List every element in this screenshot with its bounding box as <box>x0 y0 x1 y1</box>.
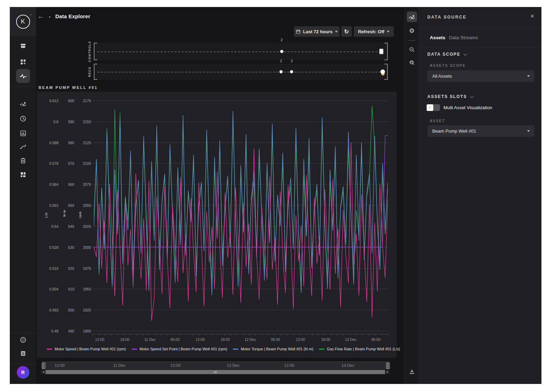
y-tick-label: 2025 <box>70 224 91 229</box>
sidebar-item-docs[interactable] <box>16 346 30 360</box>
reel-icon <box>20 336 27 343</box>
timeline-label: 11 Dec <box>113 363 126 368</box>
y-tick-label: 2000 <box>70 245 91 250</box>
controls-track-line <box>97 51 384 52</box>
recs-track: RECS 23 <box>94 64 388 80</box>
x-tick-label: 06:00 <box>170 337 180 342</box>
clipboard-icon <box>20 157 27 164</box>
asset-label: ASSET <box>430 119 445 123</box>
zoom-out-icon <box>409 47 415 53</box>
panel-divider <box>419 48 541 48</box>
x-tick-label: 13 Dec <box>345 337 357 342</box>
chevron-down-icon <box>470 94 474 98</box>
sidebar-item-trend[interactable] <box>16 97 30 111</box>
sidebar-item-apps[interactable] <box>16 168 30 182</box>
sidebar-item-bar-chart[interactable] <box>16 126 30 140</box>
time-range-button[interactable]: Last 72 hours <box>294 26 340 37</box>
trend-icon <box>408 14 415 20</box>
scroll-right-button[interactable] <box>385 370 390 374</box>
timeline-scrollbar[interactable] <box>41 370 390 374</box>
app-root: ʼ K ™ <box>10 7 541 384</box>
assets-icon <box>20 42 27 49</box>
track-event-dot[interactable] <box>280 50 283 53</box>
sidebar-item-time-pie[interactable] <box>16 112 30 126</box>
zoom-reset-icon <box>409 59 415 66</box>
user-avatar[interactable]: R <box>17 366 29 379</box>
asset-value: Beam Pump Well #01 <box>432 128 476 134</box>
panel-title: DATA SOURCE <box>427 15 467 20</box>
legend-item[interactable]: Motor Torque | Beam Pump Well #01 (N·m) <box>233 347 313 351</box>
scrollbar-grip[interactable] <box>214 370 217 374</box>
legend-item[interactable]: Gas Flow Rate | Beam Pump Well #01 (L/s) <box>319 347 400 351</box>
y-axis-unit-label: N·m <box>62 206 66 220</box>
sidebar-item-assets[interactable] <box>16 39 30 53</box>
timeline-left-handle[interactable] <box>42 363 46 369</box>
logo-trademark: ™ <box>30 14 32 16</box>
kelvin-logo[interactable]: ʼ K ™ <box>10 7 36 36</box>
assets-scope-label: ASSETS SCOPE <box>430 63 466 68</box>
back-button[interactable]: ← <box>38 13 44 20</box>
sidebar-item-dashboards[interactable] <box>16 55 30 69</box>
refresh-mode-label: Refresh: Off <box>358 29 384 34</box>
rail-settings-button[interactable]: ⚙ <box>407 26 417 36</box>
chart-legend: Motor Speed | Beam Pump Well #01 (rpm)Mo… <box>48 347 398 351</box>
download-button[interactable] <box>407 366 417 377</box>
assets-scope-value: All Assets <box>432 74 452 79</box>
x-tick-label: 12:00 <box>296 337 305 342</box>
multi-asset-toggle[interactable]: ✓ <box>427 104 440 111</box>
time-pie-icon <box>20 115 27 122</box>
sidebar-item-reel[interactable] <box>16 333 30 347</box>
tab-assets[interactable]: Assets <box>430 35 445 40</box>
chart-canvas[interactable] <box>94 100 388 331</box>
rail-zoom-reset-button[interactable] <box>407 57 417 68</box>
refresh-button[interactable]: ↻ <box>341 26 352 37</box>
legend-swatch <box>47 349 52 350</box>
recs-end-marker[interactable] <box>380 70 385 74</box>
y-tick-label: 2050 <box>70 203 91 208</box>
time-range-label: Last 72 hours <box>303 29 333 34</box>
track-event-dot[interactable] <box>280 70 283 74</box>
legend-item[interactable]: Motor Speed Set Point | Beam Pump Well #… <box>132 347 227 351</box>
dashboards-icon <box>20 58 27 65</box>
gear-icon: ⚙ <box>409 28 414 34</box>
assets-slots-label: ASSETS SLOTS <box>427 94 467 99</box>
sidebar-item-clipboard[interactable] <box>16 154 30 168</box>
y-tick-label: 1950 <box>70 287 91 291</box>
timeline-right-handle[interactable] <box>386 363 390 369</box>
legend-label: Gas Flow Rate | Beam Pump Well #01 (L/s) <box>327 347 400 351</box>
y-tick-label: 1975 <box>70 266 91 271</box>
sidebar-item-data-explorer[interactable] <box>16 69 30 83</box>
close-icon[interactable]: × <box>530 13 534 20</box>
track-event-count: 3 <box>291 59 293 63</box>
bar-chart-icon <box>20 130 27 137</box>
refresh-mode-button[interactable]: Refresh: Off <box>354 26 394 37</box>
section-assets-slots[interactable]: ASSETS SLOTS <box>427 94 473 99</box>
legend-item[interactable]: Motor Speed | Beam Pump Well #01 (rpm) <box>47 347 126 351</box>
docs-icon <box>20 350 27 357</box>
gridline <box>92 331 388 331</box>
assets-scope-dropdown[interactable]: All Assets <box>427 70 534 82</box>
timeline-label: 12 Dec <box>227 363 239 368</box>
legend-label: Motor Speed Set Point | Beam Pump Well #… <box>140 347 227 351</box>
sidebar-divider <box>10 86 36 86</box>
scroll-left-button[interactable] <box>41 370 46 374</box>
left-sidebar: ʼ K ™ <box>10 7 36 384</box>
legend-label: Motor Torque | Beam Pump Well #01 (N·m) <box>241 347 313 351</box>
section-data-scope[interactable]: DATA SCOPE <box>427 52 466 57</box>
x-axis-minor-ticks <box>92 334 389 336</box>
track-event-dot[interactable] <box>290 70 293 74</box>
chevron-down-icon <box>463 52 467 56</box>
recs-track-line <box>97 72 384 72</box>
x-tick-label: 18:00 <box>120 337 130 342</box>
rail-zoom-out-button[interactable] <box>407 44 417 55</box>
controls-end-marker[interactable] <box>379 49 383 54</box>
chevron-down-icon <box>527 130 530 132</box>
chevron-down-icon <box>527 75 530 77</box>
asset-dropdown[interactable]: Beam Pump Well #01 <box>427 125 534 137</box>
x-tick-label: 12 Dec <box>245 337 256 342</box>
sidebar-item-flow[interactable] <box>16 140 30 154</box>
timeline-slider[interactable]: 12:0011 Dec12:0012 Dec12:0013 Dec <box>42 362 390 370</box>
logo-letter: K <box>21 18 25 25</box>
tab-data-streams[interactable]: Data Streams <box>449 35 478 40</box>
rail-trend-button[interactable] <box>407 12 417 22</box>
